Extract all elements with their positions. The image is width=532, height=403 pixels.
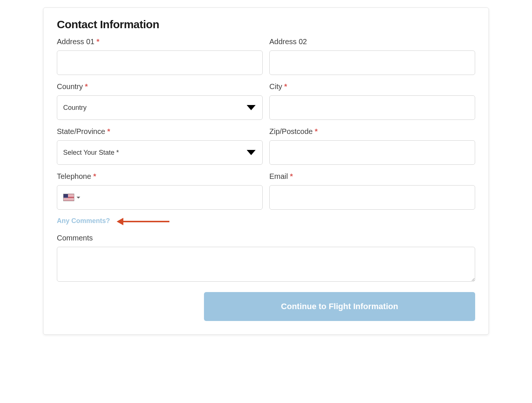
- label-telephone: Telephone *: [57, 172, 263, 181]
- required-marker: *: [284, 82, 287, 91]
- label-text: Zip/Postcode: [269, 127, 313, 135]
- label-address2: Address 02: [269, 37, 475, 46]
- chevron-down-icon: [77, 197, 80, 199]
- label-address1: Address 01 *: [57, 37, 263, 46]
- comments-toggle-row: Any Comments?: [57, 217, 475, 225]
- comments-textarea[interactable]: [57, 247, 475, 282]
- chevron-down-icon: [247, 150, 256, 155]
- comments-toggle-link[interactable]: Any Comments?: [57, 217, 110, 225]
- required-marker: *: [290, 172, 293, 180]
- label-text: Address 02: [269, 37, 307, 46]
- telephone-input-wrap: [57, 185, 263, 210]
- label-text: Email: [269, 172, 288, 180]
- field-address1: Address 01 *: [57, 37, 263, 75]
- zip-input[interactable]: [269, 140, 475, 165]
- button-row: Continue to Flight Information: [57, 292, 475, 321]
- required-marker: *: [315, 127, 318, 135]
- field-comments: Comments: [57, 234, 475, 282]
- field-state: State/Province * Select Your State *: [57, 127, 263, 165]
- email-input[interactable]: [269, 185, 475, 210]
- field-zip: Zip/Postcode *: [269, 127, 475, 165]
- label-country: Country *: [57, 82, 263, 91]
- required-marker: *: [93, 172, 96, 180]
- label-zip: Zip/Postcode *: [269, 127, 475, 136]
- label-text: Address 01: [57, 37, 94, 46]
- telephone-input[interactable]: [80, 186, 262, 209]
- state-select-value: Select Your State *: [63, 149, 119, 157]
- required-marker: *: [97, 37, 100, 46]
- label-text: State/Province: [57, 127, 105, 135]
- field-email: Email *: [269, 172, 475, 210]
- arrow-annotation: [117, 221, 169, 222]
- contact-information-card: Contact Information Address 01 * Address…: [43, 7, 489, 335]
- field-address2: Address 02: [269, 37, 475, 75]
- country-select[interactable]: Country: [57, 95, 263, 120]
- flag-us-icon: [63, 194, 74, 201]
- label-text: Country: [57, 82, 83, 91]
- address1-input[interactable]: [57, 50, 263, 75]
- required-marker: *: [85, 82, 88, 91]
- label-text: City: [269, 82, 282, 91]
- required-marker: *: [107, 127, 110, 135]
- field-country: Country * Country: [57, 82, 263, 120]
- label-email: Email *: [269, 172, 475, 181]
- label-city: City *: [269, 82, 475, 91]
- form-grid: Address 01 * Address 02 Country * Countr…: [57, 37, 475, 210]
- address2-input[interactable]: [269, 50, 475, 75]
- continue-button[interactable]: Continue to Flight Information: [204, 292, 475, 321]
- city-input[interactable]: [269, 95, 475, 120]
- field-telephone: Telephone *: [57, 172, 263, 210]
- section-title: Contact Information: [57, 18, 475, 31]
- label-text: Telephone: [57, 172, 91, 180]
- label-comments: Comments: [57, 234, 475, 242]
- arrow-line: [121, 221, 169, 222]
- phone-country-picker[interactable]: [57, 186, 80, 209]
- label-state: State/Province *: [57, 127, 263, 136]
- label-text: Comments: [57, 234, 93, 242]
- chevron-down-icon: [247, 105, 256, 110]
- country-select-value: Country: [63, 104, 87, 112]
- field-city: City *: [269, 82, 475, 120]
- state-select[interactable]: Select Your State *: [57, 140, 263, 165]
